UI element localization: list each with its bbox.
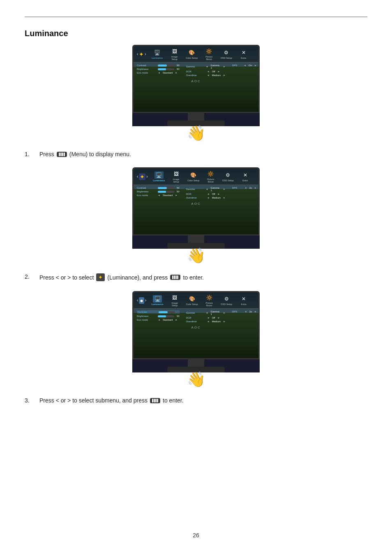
tab-luminance-3: 🖥️ Luminance (151, 295, 164, 305)
menu-top-bar-3: ‹●› 🖥️ Luminance 🖼 Image Setup (134, 292, 258, 309)
aoc-logo-1: AOC (137, 79, 255, 83)
monitor-screen-3: ‹●› 🖥️ Luminance 🖼 Image Setup (134, 292, 258, 358)
nav-arrows-3: ‹●› (137, 297, 146, 304)
step-3: 3. Press < or > to select submenu, and p… (25, 397, 367, 404)
step-2: 2. Press < or > to select ✦ (Luminance),… (25, 273, 367, 281)
menu-overlay-1: ‹✦› 🖥️ Luminance 🖼 Image Setup (134, 46, 258, 112)
page-container: Luminance ‹✦› 🖥️ (0, 0, 392, 430)
eco-mode-row-2: Eco mode ◄ Standard ► (137, 194, 180, 197)
luminance-select-icon: ✦ (96, 273, 105, 281)
tab-color-setup-3: 🎨 Color Setup (186, 295, 198, 305)
nav-arrows-1: ‹✦› (137, 51, 146, 58)
monitor-screen-1: ‹✦› 🖥️ Luminance 🖼 Image Setup (134, 46, 258, 112)
monitor-1: ‹✦› 🖥️ Luminance 🖼 Image Setup (132, 45, 260, 113)
step-3-text: Press < or > to select submenu, and pres… (39, 397, 184, 404)
monitor-3: ‹●› 🖥️ Luminance 🖼 Image Setup (132, 291, 260, 359)
tab-picture-boost-2: 🔆 Picture Boost (205, 170, 217, 183)
hand-icon-3: 👋 (187, 371, 205, 388)
brightness-row-2: Brightness 50 (137, 190, 180, 193)
gamma-row-2: Gamma ◄ Gamma 1 ► (186, 187, 226, 192)
tab-osd-setup-2: ⚙ OSD Setup (222, 171, 234, 182)
menu-overlay-2: ‹✦› 🖥️ Luminance 🖼 Image Setup (134, 169, 258, 234)
menu-top-bar-2: ‹✦› 🖥️ Luminance 🖼 Image Setup (134, 169, 258, 185)
monitor-section-2: ‹✦› 🖥️ Luminance 🖼 Image Setup (25, 167, 367, 267)
step-1: 1. Press (Menu) to display menu. (25, 151, 367, 157)
eco-mode-row-3: Eco mode ◄ Standard ► (137, 319, 180, 321)
contrast-row: Contrast 50 (137, 64, 180, 67)
gamma-row-3: Gamma ◄ Gamma 1 ► (186, 310, 226, 315)
overdrive-row-2: Overdrive ◄ Medium ► (186, 197, 226, 199)
dcr-row-2: DCR ◄ Off ► (186, 193, 226, 195)
luminance-icon-3: 🖥️ (153, 295, 162, 303)
brightness-row-3: Brightness 50 (137, 315, 180, 317)
eco-mode-row: Eco mode ◄ Standard ► (137, 72, 180, 74)
contrast-row-3-highlighted: Contrast (137, 310, 180, 314)
dps-row-2: DPS ◄ 2x ► (232, 187, 257, 189)
top-divider (25, 16, 367, 17)
tab-color-setup-2: 🎨 Color Setup (187, 171, 200, 182)
monitor-wrapper-1: ‹✦› 🖥️ Luminance 🖼 Image Setup (25, 45, 367, 144)
monitor-section-1: ‹✦› 🖥️ Luminance 🖼 Image Setup (25, 45, 367, 144)
aoc-logo-2: AOC (137, 202, 255, 206)
step-1-text: Press (Menu) to display menu. (39, 151, 131, 157)
tab-image-setup-3: 🖼 Image Setup (168, 294, 181, 307)
menu-content-2: Contrast 50 Brightness 50 (134, 185, 258, 234)
menu-content-3: Contrast Brightness 50 (134, 309, 258, 358)
tab-extra-3: ✕ Extra (238, 295, 250, 305)
tab-color-setup: 🎨 Color Setup (186, 49, 198, 59)
aoc-logo-3: AOC (137, 326, 255, 329)
menu-button-icon-2 (170, 275, 180, 280)
hand-icon-2: 👋 (187, 247, 205, 264)
menu-button-icon-3 (150, 398, 160, 403)
monitor-wrapper-3: ‹●› 🖥️ Luminance 🖼 Image Setup (25, 291, 367, 391)
dcr-row: DCR ◄ Off ► (186, 70, 226, 73)
luminance-icon: 🖥️ (153, 49, 162, 56)
tab-extra-2: ✕ Extra (239, 171, 251, 182)
tab-picture-boost: 🔆 Picture Boost (203, 48, 215, 60)
luminance-icon-2: 🖥️ (154, 171, 164, 179)
monitor-2: ‹✦› 🖥️ Luminance 🖼 Image Setup (132, 167, 260, 236)
menu-overlay-3: ‹●› 🖥️ Luminance 🖼 Image Setup (134, 292, 258, 358)
tab-picture-boost-3: 🔆 Picture Boost (203, 294, 215, 307)
tab-extra: ✕ Extra (238, 49, 250, 59)
tab-image-setup-2: 🖼 Image Setup (170, 170, 182, 183)
hand-icon-1: 👋 (187, 125, 205, 142)
tab-exit-2: ↩ Exit (256, 171, 258, 182)
monitor-screen-2: ‹✦› 🖥️ Luminance 🖼 Image Setup (134, 169, 258, 234)
dps-row-3: DPS ◄ 2x ► (232, 310, 257, 313)
monitor-section-3: ‹●› 🖥️ Luminance 🖼 Image Setup (25, 291, 367, 391)
tab-luminance-2: 🖥️ Luminance (153, 171, 165, 182)
tab-exit: ↩ Exit (255, 49, 258, 59)
tab-exit-3: ↩ Exit (255, 295, 258, 305)
menu-content-1: Contrast 50 Brightness 50 (134, 62, 258, 112)
step-2-text: Press < or > to select ✦ (Luminance), an… (39, 273, 204, 281)
tab-osd-setup: ⚙ OSD Setup (220, 49, 233, 59)
tab-image-setup: 🖼 Image Setup (168, 48, 181, 60)
gamma-row: Gamma ◄ Gamma 1 ► (186, 64, 226, 69)
menu-button-icon-1 (57, 152, 67, 157)
section-title: Luminance (25, 29, 367, 38)
step-1-number: 1. (25, 151, 36, 157)
overdrive-row-3: Overdrive ◄ Medium ► (186, 320, 226, 323)
page-number: 26 (193, 532, 199, 539)
tab-osd-setup-3: ⚙ OSD Setup (220, 295, 233, 305)
overdrive-row: Overdrive ◄ Medium ► (186, 74, 226, 76)
nav-arrows-2: ‹✦› (137, 173, 148, 180)
menu-top-bar-1: ‹✦› 🖥️ Luminance 🖼 Image Setup (134, 46, 258, 62)
monitor-wrapper-2: ‹✦› 🖥️ Luminance 🖼 Image Setup (25, 167, 367, 267)
step-3-number: 3. (25, 397, 36, 404)
brightness-row: Brightness 50 (137, 68, 180, 70)
tab-luminance: 🖥️ Luminance (151, 49, 164, 59)
contrast-row-2: Contrast 50 (137, 187, 180, 189)
dps-row: DPS ◄ On ► (232, 64, 257, 67)
dcr-row-3: DCR ◄ Off ► (186, 317, 226, 319)
step-2-number: 2. (25, 273, 36, 280)
